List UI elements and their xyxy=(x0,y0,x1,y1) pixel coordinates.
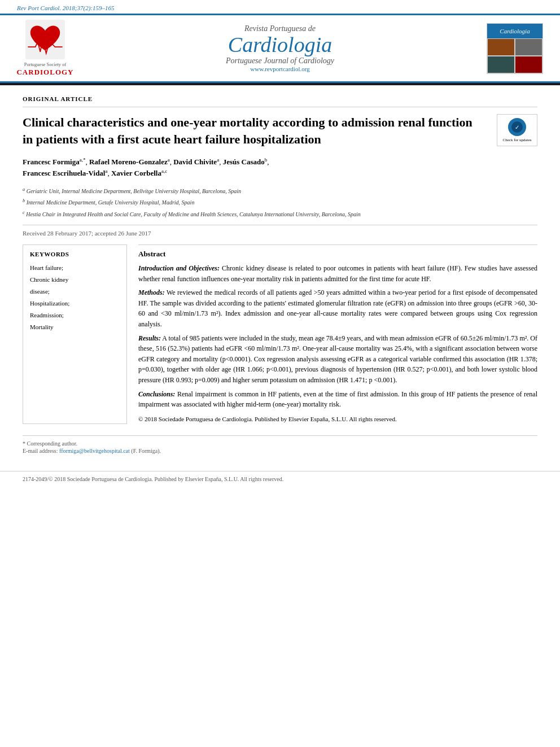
keyword-5: Readmission; xyxy=(30,309,120,321)
article-title-row: Clinical characteristics and one-year mo… xyxy=(23,114,537,147)
abstract-conclusions-title: Conclusions: xyxy=(138,390,175,398)
author-chivite: David Chivite xyxy=(173,158,217,167)
abstract-copyright: © 2018 Sociedade Portuguesa de Cardiolog… xyxy=(138,414,537,424)
keywords-abstract-row: KEYWORDS Heart failure; Chronic kidney d… xyxy=(23,244,537,424)
keywords-list: Heart failure; Chronic kidney disease; H… xyxy=(30,262,120,333)
footnote-email-label: E-mail address: xyxy=(23,448,58,454)
keywords-title: KEYWORDS xyxy=(30,251,120,257)
society-logo: Portuguese Society of CARDIOLOGY xyxy=(11,20,79,77)
footnote-corresponding: * Corresponding author. xyxy=(23,440,537,447)
affiliation-b: b Internal Medicine Department, Getafe U… xyxy=(23,197,537,207)
society-name-text: Portuguese Society of xyxy=(24,62,67,68)
keyword-3: disease; xyxy=(30,286,120,298)
footer-bar: 2174-2049/© 2018 Sociedade Portuguesa de… xyxy=(0,471,560,487)
cardiologia-title: Cardiologia xyxy=(85,33,475,57)
footnote-email-line: E-mail address: fformiga@bellvitgehospit… xyxy=(23,448,537,454)
main-content: ORIGINAL ARTICLE Clinical characteristic… xyxy=(0,85,560,465)
journal-header: Portuguese Society of CARDIOLOGY Revista… xyxy=(0,14,560,83)
abstract-methods-title: Methods: xyxy=(138,289,165,296)
author-casado: Jesús Casado xyxy=(223,158,265,167)
abstract-results-section: Results: A total of 985 patients were in… xyxy=(138,333,537,386)
abstract-methods-section: Methods: We reviewed the medical records… xyxy=(138,287,537,329)
keyword-4: Hospitalization; xyxy=(30,298,120,309)
abstract-conclusions-body: Renal impairment is common in HF patient… xyxy=(138,390,537,409)
author-moreno: Rafael Moreno-Gonzalez xyxy=(89,158,168,167)
abstract-methods-body: We reviewed the medical records of all p… xyxy=(138,289,537,328)
author-corbella: Xavier Corbella xyxy=(111,169,161,178)
journal-title-center: Revista Portuguesa de Cardiologia Portug… xyxy=(79,24,481,73)
abstract-title: Abstract xyxy=(138,250,537,259)
abstract-intro-title: Introduction and Objectives: xyxy=(138,264,220,272)
keyword-6: Mortality xyxy=(30,321,120,333)
keyword-2: Chronic kidney xyxy=(30,274,120,286)
abstract-text: Introduction and Objectives: Chronic kid… xyxy=(138,263,537,424)
check-updates-label: Check for updates xyxy=(503,138,532,142)
authors-line: Francesc Formigaa,*, Rafael Moreno-Gonza… xyxy=(23,156,537,179)
keyword-1: Heart failure; xyxy=(30,262,120,274)
footnote-email-address[interactable]: fformiga@bellvitgehospital.cat xyxy=(59,448,130,454)
check-updates-widget[interactable]: ✓ Check for updates xyxy=(497,114,537,146)
affiliation-c: c Hestia Chair in Integrated Health and … xyxy=(23,209,537,219)
article-title: Clinical characteristics and one-year mo… xyxy=(23,114,497,147)
cardiology-label: CARDIOLOGY xyxy=(16,68,73,77)
portuguese-journal-label: Portuguese Journal of Cardiology xyxy=(85,56,475,65)
revista-label: Revista Portuguesa de xyxy=(85,24,475,33)
affiliations-section: a Geriatric Unit, Internal Medicine Depa… xyxy=(23,186,537,219)
received-date: Received 28 February 2017; accepted 26 J… xyxy=(23,225,537,237)
abstract-intro-section: Introduction and Objectives: Chronic kid… xyxy=(138,263,537,284)
right-logo-label: Cardiologia xyxy=(500,28,530,34)
abstract-results-title: Results: xyxy=(138,334,161,342)
affiliation-a: a Geriatric Unit, Internal Medicine Depa… xyxy=(23,186,537,196)
check-updates-icon: ✓ xyxy=(508,118,526,136)
abstract-conclusions-section: Conclusions: Renal impairment is common … xyxy=(138,389,537,410)
footnote-author-name: (F. Formiga). xyxy=(131,448,161,454)
abstract-results-body: A total of 985 patients were included in… xyxy=(138,334,537,384)
journal-url[interactable]: www.revportcardiol.org xyxy=(85,65,475,72)
footer-issn-text: 2174-2049/© 2018 Sociedade Portuguesa de… xyxy=(23,476,283,482)
article-type-label: ORIGINAL ARTICLE xyxy=(23,95,537,107)
journal-reference: Rev Port Cardiol. 2018;37(2):159–165 xyxy=(0,0,560,14)
author-escrihuela: Francesc Escrihuela-Vidal xyxy=(23,169,105,178)
author-formiga: Francesc Formiga xyxy=(23,158,80,167)
footnote-section: * Corresponding author. E-mail address: … xyxy=(23,435,537,454)
keywords-panel: KEYWORDS Heart failure; Chronic kidney d… xyxy=(23,244,127,424)
abstract-panel: Abstract Introduction and Objectives: Ch… xyxy=(138,244,537,424)
right-journal-logo: Cardiologia xyxy=(481,23,549,74)
